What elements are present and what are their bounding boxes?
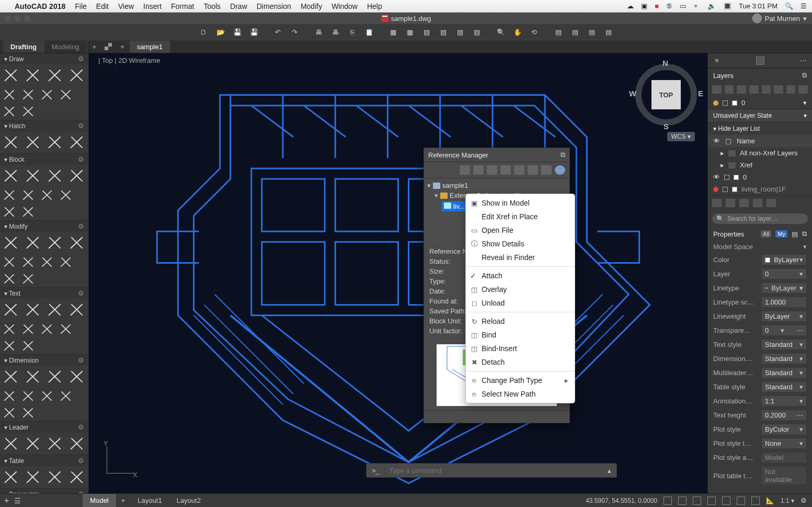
props-popout-icon[interactable]: ⧉	[802, 230, 807, 238]
layer-tool-1[interactable]	[712, 85, 722, 94]
palette-arrow-icon[interactable]: ▾ Draw	[4, 55, 24, 63]
ref-tool-info[interactable]	[555, 165, 565, 175]
layout-tab-add[interactable]: +	[116, 494, 131, 507]
block-tool-1-3[interactable]	[59, 189, 73, 201]
prop-dimension-[interactable]: Dimension…Standard▾	[708, 352, 812, 366]
view-cube-s[interactable]: S	[664, 122, 669, 131]
ctx-bind-insert[interactable]: ◫Bind-Insert	[466, 342, 575, 355]
ctx-detach[interactable]: ✖Detach	[466, 355, 575, 369]
dimension-tool-1-1[interactable]	[21, 390, 36, 402]
ref-panel-resize[interactable]	[424, 410, 569, 423]
layout-tab-1[interactable]: Layout1	[130, 494, 169, 507]
battery-icon[interactable]: 🔳	[723, 2, 731, 10]
layer-tool-8[interactable]	[798, 85, 808, 94]
modify-tool-1-1[interactable]	[21, 256, 36, 268]
table-tool-0-0[interactable]	[2, 468, 20, 486]
ctx-bind[interactable]: ◫Bind	[466, 328, 575, 342]
layers-section[interactable]: Layers ⧉	[708, 68, 812, 82]
tab-modeling[interactable]: Modeling	[44, 41, 87, 53]
modify-tool-0-2[interactable]	[46, 234, 64, 252]
ctx-show-in-model[interactable]: ▣Show in Model	[466, 196, 575, 210]
modify-tool-1-5[interactable]	[21, 273, 36, 285]
polar-icon[interactable]	[707, 497, 716, 505]
block-icon[interactable]: ▧	[422, 27, 431, 37]
properties-section[interactable]: Properties All My ▤ ⧉	[708, 227, 812, 241]
text-tool-1-2[interactable]	[40, 323, 54, 335]
layer-quick-5[interactable]	[767, 199, 776, 207]
palette-arrow-icon[interactable]: ▾ Leader	[4, 424, 29, 431]
block-tool-1-2[interactable]	[40, 189, 54, 201]
text-tool-1-5[interactable]	[21, 340, 36, 352]
paste-icon[interactable]: 📋	[364, 27, 374, 37]
layer-tool-5[interactable]	[762, 85, 771, 94]
view-cube[interactable]: TOP N S W E	[632, 61, 700, 129]
draw-tool-1-1[interactable]	[21, 88, 36, 101]
drawing-canvas[interactable]: | Top | 2D Wireframe TOP	[89, 53, 707, 493]
app-name[interactable]: AutoCAD 2018	[15, 2, 65, 10]
palette-arrow-icon[interactable]: ▾ Table	[4, 457, 24, 465]
plot-icon[interactable]: 🖶	[331, 27, 340, 37]
gear-icon[interactable]: ⚙	[78, 289, 84, 297]
palette-arrow-icon[interactable]: ▾ Text	[4, 290, 20, 297]
draw-tool-0-1[interactable]	[24, 66, 42, 84]
modify-tool-0-0[interactable]	[2, 234, 20, 252]
menu-edit[interactable]: Edit	[96, 2, 109, 10]
layer-tool-2[interactable]	[725, 85, 734, 94]
hatch-tool-0-1[interactable]	[24, 133, 42, 151]
layer-tree-all[interactable]: ▸All non-Xref Layers	[708, 147, 812, 159]
snap-icon[interactable]	[664, 497, 672, 505]
dimension-tool-1-3[interactable]	[59, 390, 73, 402]
menu-icon[interactable]: ☰	[800, 2, 807, 10]
xref-icon[interactable]: ▨	[439, 27, 448, 37]
otrack-icon[interactable]	[737, 497, 745, 505]
leader-tool-0-0[interactable]	[2, 435, 20, 453]
eye-icon[interactable]: 👁	[713, 173, 720, 181]
record-icon[interactable]: ■	[655, 2, 659, 10]
layer-quick-1[interactable]	[712, 199, 722, 207]
layout-add-left[interactable]: +	[4, 496, 9, 505]
ref-tool-refresh[interactable]	[514, 165, 524, 175]
cloud-icon[interactable]: ☁	[627, 2, 634, 10]
layer-lock-icon[interactable]	[724, 175, 729, 180]
layer-tool-6[interactable]	[774, 85, 783, 94]
modify-tool-1-2[interactable]	[40, 256, 54, 268]
prop-table-style[interactable]: Table styleStandard▾	[708, 380, 812, 394]
table-tool-0-1[interactable]	[24, 468, 42, 486]
view-cube-e[interactable]: E	[698, 89, 703, 98]
gear-icon[interactable]: ⚙	[78, 356, 84, 364]
anno-scale-txt[interactable]: 1:1 ▾	[781, 497, 794, 504]
gear-icon[interactable]: ⚙	[800, 497, 807, 504]
clock[interactable]: Tue 3:01 PM	[739, 2, 777, 10]
hatch-tool-0-2[interactable]	[46, 133, 64, 151]
props3-icon[interactable]: ▤	[587, 27, 597, 37]
view-cube-n[interactable]: N	[662, 59, 668, 67]
anno-scale-icon[interactable]: 📐	[766, 497, 774, 504]
save-icon[interactable]: 💾	[233, 27, 242, 37]
ctx-unload[interactable]: ◻Unload	[466, 296, 575, 310]
prop-plot-style-a-[interactable]: Plot style a…Model	[708, 450, 812, 465]
prop-text-style[interactable]: Text styleStandard▾	[708, 337, 812, 352]
ref-tool-list[interactable]	[528, 165, 538, 175]
volume-icon[interactable]: 🔉	[707, 2, 716, 10]
block-tool-0-0[interactable]	[2, 167, 20, 185]
wcs-badge[interactable]: WCS ▾	[667, 132, 695, 141]
prop-transpare-[interactable]: Transpare…0▾⋯	[708, 323, 812, 337]
current-layer-row[interactable]: 0 ▾	[708, 97, 812, 109]
panel-menu-icon[interactable]: ⋯	[798, 56, 808, 65]
dimension-tool-1-2[interactable]	[40, 390, 54, 402]
gear-icon[interactable]: ⚙	[78, 155, 84, 163]
menu-window[interactable]: Window	[331, 2, 358, 10]
prop-linetype[interactable]: LinetypeByLayer▾	[708, 281, 812, 295]
menu-format[interactable]: Format	[171, 2, 194, 10]
layer-row-living[interactable]: living_room|1F	[708, 183, 812, 195]
block-tool-1-5[interactable]	[21, 206, 36, 218]
draw-tool-0-3[interactable]	[68, 66, 86, 84]
spotlight-icon[interactable]: 🔍	[785, 2, 793, 10]
redo-icon[interactable]: ↷	[290, 27, 300, 37]
grid-icon[interactable]	[105, 43, 112, 50]
block-tool-1-1[interactable]	[21, 189, 36, 201]
ref-tool-overlay[interactable]	[473, 165, 484, 175]
modify-tool-0-1[interactable]	[24, 234, 42, 252]
prop-lineweight[interactable]: LineweightByLayer▾	[708, 309, 812, 323]
ctx-overlay[interactable]: ◫Overlay	[466, 283, 575, 296]
